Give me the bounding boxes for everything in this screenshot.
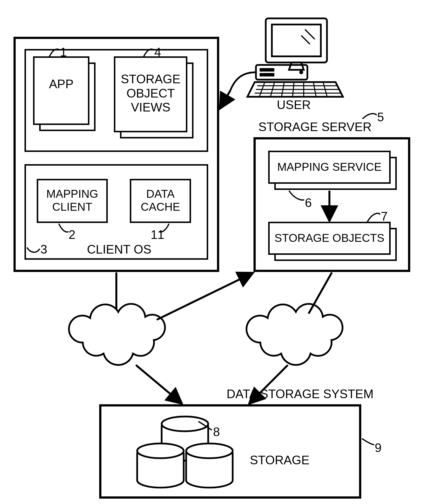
ref-4: 4 bbox=[154, 45, 161, 60]
ref-9: 9 bbox=[375, 441, 382, 455]
svg-line-14 bbox=[293, 83, 294, 96]
svg-line-17 bbox=[323, 83, 327, 96]
ref-7: 7 bbox=[381, 209, 388, 224]
svg-line-2 bbox=[305, 29, 315, 39]
ref-6: 6 bbox=[305, 196, 312, 210]
storage-objects-label: STORAGE OBJECTS bbox=[268, 232, 391, 245]
mapping-service-label: MAPPING SERVICE bbox=[268, 160, 391, 173]
data-storage-system-box bbox=[99, 404, 361, 499]
data-cache-label: DATA CACHE bbox=[130, 187, 191, 213]
ref-5: 5 bbox=[377, 110, 384, 124]
svg-line-12 bbox=[271, 83, 274, 96]
diagram-stage: APP STORAGE OBJECT VIEWS CLIENT OS MAPPI… bbox=[0, 0, 434, 504]
storage-label: STORAGE bbox=[250, 453, 310, 467]
svg-point-7 bbox=[299, 70, 303, 74]
svg-line-3 bbox=[301, 36, 310, 44]
user-computer-icon bbox=[230, 18, 343, 97]
client-os-label: CLIENT OS bbox=[87, 243, 151, 257]
ref-11: 11 bbox=[151, 228, 164, 242]
storage-object-views-label: STORAGE OBJECT VIEWS bbox=[114, 72, 187, 115]
svg-rect-0 bbox=[266, 18, 327, 62]
svg-rect-4 bbox=[256, 65, 307, 80]
svg-line-22 bbox=[309, 272, 332, 314]
svg-rect-6 bbox=[260, 73, 274, 76]
network-left-label: NETWORK bbox=[96, 337, 153, 350]
svg-rect-5 bbox=[260, 68, 274, 72]
storage-server-label: STORAGE SERVER bbox=[258, 120, 372, 134]
svg-line-18 bbox=[220, 91, 230, 108]
data-storage-system-label: DATA STORAGE SYSTEM bbox=[227, 387, 374, 401]
svg-line-20 bbox=[157, 273, 252, 320]
user-label: USER bbox=[277, 98, 311, 112]
network-cloud-right-icon bbox=[246, 304, 342, 365]
mapping-client-label: MAPPING CLIENT bbox=[37, 187, 108, 213]
network-cloud-left-icon bbox=[69, 304, 165, 365]
ref-2: 2 bbox=[69, 228, 75, 242]
svg-rect-1 bbox=[272, 25, 321, 56]
ref-8: 8 bbox=[213, 425, 220, 439]
ref-1: 1 bbox=[60, 45, 67, 60]
app-label: APP bbox=[33, 77, 89, 91]
svg-line-21 bbox=[136, 365, 181, 403]
svg-line-16 bbox=[313, 83, 316, 96]
svg-line-11 bbox=[260, 83, 265, 96]
ref-3: 3 bbox=[40, 243, 47, 257]
network-right-label: NETWORK bbox=[273, 337, 331, 350]
svg-line-13 bbox=[282, 83, 284, 96]
